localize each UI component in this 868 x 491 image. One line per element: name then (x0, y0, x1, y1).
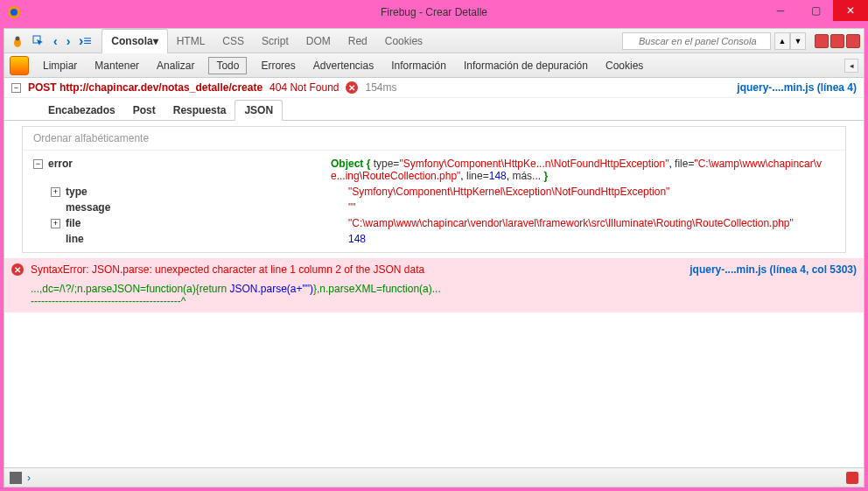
svg-point-3 (16, 36, 20, 40)
request-time: 154ms (365, 81, 396, 94)
search-prev[interactable]: ▲ (774, 32, 790, 50)
tb-limpiar[interactable]: Limpiar (39, 58, 80, 74)
main-toolbar: ‹ › ›≡ Consola ▾ HTML CSS Script DOM Red… (4, 29, 864, 53)
minimize-button[interactable]: ─ (763, 0, 798, 21)
nav-back[interactable]: ‹ (50, 34, 61, 48)
toggle-type[interactable]: + (51, 187, 60, 197)
toggle-file[interactable]: + (51, 219, 60, 228)
detach-panel-button[interactable] (830, 34, 844, 48)
json-val-file[interactable]: "C:\wamp\www\chapincar\vendor\laravel\fr… (348, 217, 835, 229)
error-source-link[interactable]: jquery-....min.js (línea 4, col 5303) (690, 263, 857, 276)
command-prompt-icon[interactable]: › (27, 472, 31, 484)
nav-forward[interactable]: › (63, 34, 74, 48)
tb-cookies2[interactable]: Cookies (602, 58, 647, 74)
svg-point-1 (10, 9, 18, 16)
response-subtabs: Encabezados Post Respuesta JSON (4, 98, 864, 121)
tab-consola[interactable]: Consola ▾ (102, 29, 167, 53)
close-button[interactable]: ✕ (833, 0, 868, 21)
subtab-respuesta[interactable]: Respuesta (164, 101, 235, 120)
subtab-encabezados[interactable]: Encabezados (39, 101, 124, 120)
status-text: 404 Not Found (270, 81, 339, 94)
toggle-error[interactable]: − (33, 159, 43, 169)
request-line[interactable]: − POST http://chapincar.dev/notas_detall… (4, 78, 864, 98)
close-panel-button[interactable] (846, 34, 860, 48)
subtab-json[interactable]: JSON (234, 100, 283, 121)
error-icon: ✕ (11, 263, 24, 276)
console-content: − POST http://chapincar.dev/notas_detall… (4, 78, 864, 467)
search-next[interactable]: ▼ (790, 32, 806, 50)
json-panel: Ordenar alfabéticamente −error Object { … (22, 126, 846, 253)
titlebar: Firebug - Crear Detalle ─ ▢ ✕ (0, 0, 868, 25)
error-message: SyntaxError: JSON.parse: unexpected char… (31, 263, 682, 276)
search-input[interactable] (622, 32, 771, 50)
request-method-url: POST http://chapincar.dev/notas_detalle/… (28, 81, 262, 94)
firefox-icon (7, 5, 21, 19)
tb-debug-info[interactable]: Información de depuración (460, 58, 592, 74)
console-toolbar: Limpiar Mantener Analizar Todo Errores A… (4, 53, 864, 78)
syntax-error-row[interactable]: ✕ SyntaxError: JSON.parse: unexpected ch… (4, 258, 864, 281)
collapse-icon[interactable]: − (11, 83, 21, 93)
tb-informacion[interactable]: Información (388, 58, 450, 74)
command-editor-icon[interactable] (10, 472, 22, 484)
window-title: Firebug - Crear Detalle (381, 6, 487, 18)
json-object-summary[interactable]: Object { type="Symfony\Component\HttpKe.… (331, 158, 835, 182)
json-key-error: error (48, 158, 73, 170)
json-val-message[interactable]: "" (348, 201, 835, 214)
subtab-post[interactable]: Post (124, 101, 164, 120)
tab-script[interactable]: Script (253, 29, 298, 53)
error-code-snippet: ...,dc=/\?/;n.parseJSON=function(a){retu… (4, 281, 864, 312)
inspect-icon[interactable] (29, 32, 48, 51)
minimize-panel-button[interactable] (815, 34, 829, 48)
source-link[interactable]: jquery-....min.js (línea 4) (737, 81, 857, 94)
statusbar-error-icon[interactable] (846, 472, 858, 484)
tb-analizar[interactable]: Analizar (153, 58, 198, 74)
maximize-button[interactable]: ▢ (798, 0, 833, 21)
sort-alpha-link[interactable]: Ordenar alfabéticamente (23, 127, 845, 151)
toolbar-collapse[interactable]: ◂ (844, 59, 858, 73)
tab-red[interactable]: Red (340, 29, 376, 53)
tab-dom[interactable]: DOM (298, 29, 340, 53)
tab-cookies[interactable]: Cookies (376, 29, 431, 53)
firebug-icon[interactable] (8, 32, 27, 51)
error-icon: ✕ (346, 81, 358, 94)
tb-todo[interactable]: Todo (208, 57, 247, 74)
json-key-message: message (66, 201, 110, 214)
command-line-icon[interactable]: ›≡ (75, 32, 94, 51)
panel-tabs: Consola ▾ HTML CSS Script DOM Red Cookie… (102, 29, 431, 53)
json-key-file: file (66, 217, 80, 229)
break-icon[interactable] (10, 56, 29, 75)
json-val-type[interactable]: "Symfony\Component\HttpKernel\Exception\… (348, 186, 835, 198)
json-val-line[interactable]: 148 (348, 233, 835, 245)
tb-errores[interactable]: Errores (257, 58, 298, 74)
tab-css[interactable]: CSS (214, 29, 253, 53)
json-key-type: type (66, 186, 88, 198)
tab-html[interactable]: HTML (168, 29, 214, 53)
statusbar: › (4, 467, 864, 487)
tb-mantener[interactable]: Mantener (91, 58, 143, 74)
json-key-line: line (66, 233, 84, 245)
tb-advertencias[interactable]: Advertencias (310, 58, 377, 74)
